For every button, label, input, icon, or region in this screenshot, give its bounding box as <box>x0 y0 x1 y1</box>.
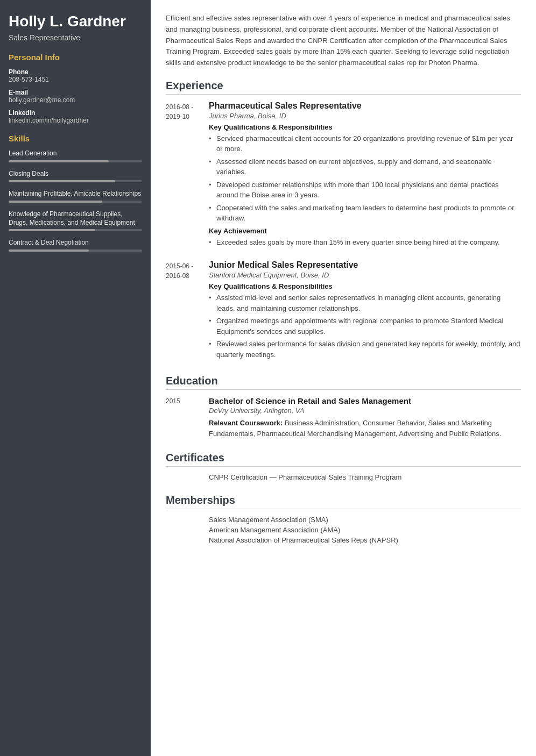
exp-bullet-item: Cooperated with the sales and marketing … <box>209 203 521 224</box>
membership-indent <box>166 536 209 544</box>
summary-text: Efficient and effective sales representa… <box>166 13 521 69</box>
membership-indent <box>166 516 209 524</box>
skill-item: Contract & Deal Negotiation <box>9 239 142 252</box>
exp-bullets: Assisted mid-level and senior sales repr… <box>209 293 521 360</box>
exp-bullet-item: Serviced pharmaceutical client accounts … <box>209 133 521 154</box>
exp-company: Jurius Pharma, Boise, ID <box>209 112 521 120</box>
email-value: holly.gardner@me.com <box>9 96 142 104</box>
education-list: 2015Bachelor of Science in Retail and Sa… <box>166 396 521 439</box>
exp-content: Pharmaceutical Sales RepresentativeJuriu… <box>209 101 521 250</box>
email-item: E-mail holly.gardner@me.com <box>9 89 142 104</box>
phone-item: Phone 208-573-1451 <box>9 68 142 83</box>
sidebar: Holly L. Gardner Sales Representative Pe… <box>0 0 151 756</box>
membership-text: National Association of Pharmaceutical S… <box>209 536 398 544</box>
membership-indent <box>166 526 209 534</box>
exp-achievement-bullets: Exceeded sales goals by more than 15% in… <box>209 237 521 248</box>
email-label: E-mail <box>9 89 142 96</box>
experience-entry: 2015-06 -2016-08Junior Medical Sales Rep… <box>166 260 521 362</box>
skills-heading: Skills <box>9 134 142 143</box>
experience-section: Experience 2016-08 -2019-10Pharmaceutica… <box>166 80 521 362</box>
education-section: Education 2015Bachelor of Science in Ret… <box>166 375 521 439</box>
edu-degree: Bachelor of Science in Retail and Sales … <box>209 396 521 405</box>
exp-job-title: Junior Medical Sales Representative <box>209 260 521 270</box>
exp-date: 2015-06 -2016-08 <box>166 260 209 362</box>
membership-entry: American Management Association (AMA) <box>166 526 521 534</box>
exp-job-title: Pharmaceutical Sales Representative <box>209 101 521 111</box>
membership-text: American Management Association (AMA) <box>209 526 340 534</box>
skill-bar-fill <box>9 201 102 203</box>
skill-bar-fill <box>9 180 115 182</box>
phone-value: 208-573-1451 <box>9 76 142 83</box>
memberships-heading: Memberships <box>166 494 521 509</box>
skill-item: Maintaining Profitable, Amicable Relatio… <box>9 190 142 203</box>
edu-content: Bachelor of Science in Retail and Sales … <box>209 396 521 439</box>
exp-content: Junior Medical Sales RepresentativeStanf… <box>209 260 521 362</box>
candidate-title: Sales Representative <box>9 33 142 42</box>
memberships-section: Memberships Sales Management Association… <box>166 494 521 544</box>
experience-entry: 2016-08 -2019-10Pharmaceutical Sales Rep… <box>166 101 521 250</box>
skill-name: Closing Deals <box>9 170 142 179</box>
memberships-list: Sales Management Association (SMA)Americ… <box>166 516 521 544</box>
personal-info-section: Personal Info Phone 208-573-1451 E-mail … <box>9 53 142 124</box>
certificates-list: CNPR Certification — Pharmaceutical Sale… <box>166 473 521 481</box>
skill-bar-background <box>9 249 142 252</box>
skill-bar-fill <box>9 229 95 231</box>
exp-bullet-item: Developed customer relationships with mo… <box>209 180 521 201</box>
skill-name: Contract & Deal Negotiation <box>9 239 142 247</box>
membership-entry: Sales Management Association (SMA) <box>166 516 521 524</box>
exp-bullet-item: Assisted mid-level and senior sales repr… <box>209 293 521 313</box>
skills-section: Skills Lead GenerationClosing DealsMaint… <box>9 134 142 252</box>
skill-bar-background <box>9 160 142 162</box>
skill-item: Lead Generation <box>9 149 142 162</box>
membership-entry: National Association of Pharmaceutical S… <box>166 536 521 544</box>
skill-bar-fill <box>9 249 89 252</box>
skill-item: Knowledge of Pharmaceutical Supplies, Dr… <box>9 210 142 231</box>
certificates-heading: Certificates <box>166 452 521 467</box>
main-content: Efficient and effective sales representa… <box>151 0 536 756</box>
linkedin-label: LinkedIn <box>9 109 142 117</box>
phone-label: Phone <box>9 68 142 76</box>
education-entry: 2015Bachelor of Science in Retail and Sa… <box>166 396 521 439</box>
exp-qual-label: Key Qualifications & Responsibilities <box>209 123 521 131</box>
experience-heading: Experience <box>166 80 521 95</box>
candidate-name: Holly L. Gardner <box>9 13 142 30</box>
exp-date: 2016-08 -2019-10 <box>166 101 209 250</box>
personal-info-heading: Personal Info <box>9 53 142 62</box>
certificates-section: Certificates CNPR Certification — Pharma… <box>166 452 521 481</box>
edu-school: DeVry University, Arlington, VA <box>209 406 521 415</box>
certificate-entry: CNPR Certification — Pharmaceutical Sale… <box>166 473 521 481</box>
experience-list: 2016-08 -2019-10Pharmaceutical Sales Rep… <box>166 101 521 362</box>
skill-bar-background <box>9 180 142 182</box>
skill-item: Closing Deals <box>9 170 142 183</box>
exp-achievement-item: Exceeded sales goals by more than 15% in… <box>209 237 521 248</box>
exp-qual-label: Key Qualifications & Responsibilities <box>209 282 521 290</box>
cert-indent <box>166 473 209 481</box>
skill-name: Maintaining Profitable, Amicable Relatio… <box>9 190 142 198</box>
exp-bullet-item: Organized meetings and appointments with… <box>209 316 521 337</box>
education-heading: Education <box>166 375 521 390</box>
skill-bar-background <box>9 201 142 203</box>
exp-company: Stanford Medical Equipment, Boise, ID <box>209 271 521 279</box>
exp-achievement-label: Key Achievement <box>209 227 521 235</box>
exp-bullet-item: Assessed client needs based on current o… <box>209 156 521 177</box>
skill-bar-fill <box>9 160 109 162</box>
linkedin-item: LinkedIn linkedin.com/in/hollygardner <box>9 109 142 124</box>
skill-bar-background <box>9 229 142 231</box>
skills-list: Lead GenerationClosing DealsMaintaining … <box>9 149 142 252</box>
cert-text: CNPR Certification — Pharmaceutical Sale… <box>209 473 401 481</box>
membership-text: Sales Management Association (SMA) <box>209 516 328 524</box>
edu-date: 2015 <box>166 396 209 439</box>
skill-name: Lead Generation <box>9 149 142 158</box>
edu-coursework: Relevant Coursework: Business Administra… <box>209 418 521 439</box>
linkedin-value: linkedin.com/in/hollygardner <box>9 117 142 124</box>
skill-name: Knowledge of Pharmaceutical Supplies, Dr… <box>9 210 142 227</box>
exp-bullets: Serviced pharmaceutical client accounts … <box>209 133 521 224</box>
exp-bullet-item: Reviewed sales performance for sales div… <box>209 339 521 360</box>
